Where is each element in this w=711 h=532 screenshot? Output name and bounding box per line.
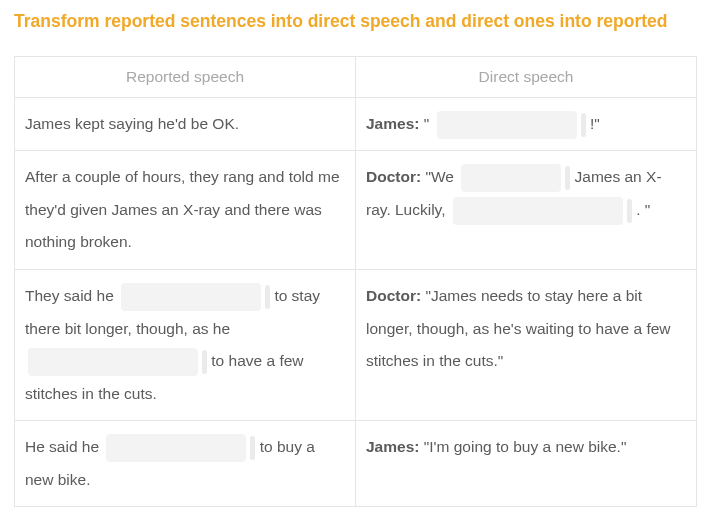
blank-input[interactable] <box>28 348 198 376</box>
reported-cell: After a couple of hours, they rang and t… <box>15 151 356 270</box>
drag-handle-icon[interactable] <box>581 113 586 137</box>
direct-text: !" <box>590 115 600 132</box>
table-row: He said he to buy a new bike. James: "I'… <box>15 421 697 507</box>
drag-handle-icon[interactable] <box>265 285 270 309</box>
blank-input[interactable] <box>121 283 261 311</box>
direct-cell: James: "I'm going to buy a new bike." <box>356 421 697 507</box>
blank-input[interactable] <box>437 111 577 139</box>
drag-handle-icon[interactable] <box>627 199 632 223</box>
direct-cell: Doctor: "James needs to stay here a bit … <box>356 269 697 420</box>
reported-text: After a couple of hours, they rang and t… <box>25 168 340 250</box>
reported-text: He said he <box>25 438 99 455</box>
header-reported: Reported speech <box>15 56 356 97</box>
table-row: James kept saying he'd be OK. James: " !… <box>15 97 697 151</box>
blank-input[interactable] <box>106 434 246 462</box>
exercise-table: Reported speech Direct speech James kept… <box>14 56 697 508</box>
reported-cell: James kept saying he'd be OK. <box>15 97 356 151</box>
speaker-label: James: <box>366 115 419 132</box>
speaker-label: Doctor: <box>366 168 421 185</box>
header-direct: Direct speech <box>356 56 697 97</box>
blank-input[interactable] <box>453 197 623 225</box>
table-row: They said he to stay there bit longer, t… <box>15 269 697 420</box>
exercise-title: Transform reported sentences into direct… <box>14 10 697 34</box>
drag-handle-icon[interactable] <box>565 166 570 190</box>
direct-cell: Doctor: "We James an X-ray. Luckily, . " <box>356 151 697 270</box>
drag-handle-icon[interactable] <box>202 350 207 374</box>
direct-text: . " <box>636 201 650 218</box>
direct-text: "I'm going to buy a new bike." <box>424 438 627 455</box>
direct-cell: James: " !" <box>356 97 697 151</box>
reported-cell: They said he to stay there bit longer, t… <box>15 269 356 420</box>
direct-text: " <box>424 115 430 132</box>
reported-text: They said he <box>25 287 114 304</box>
table-row: After a couple of hours, they rang and t… <box>15 151 697 270</box>
reported-text: James kept saying he'd be OK. <box>25 115 239 132</box>
blank-input[interactable] <box>461 164 561 192</box>
reported-cell: He said he to buy a new bike. <box>15 421 356 507</box>
drag-handle-icon[interactable] <box>250 436 255 460</box>
speaker-label: James: <box>366 438 419 455</box>
direct-text: "We <box>425 168 453 185</box>
speaker-label: Doctor: <box>366 287 421 304</box>
